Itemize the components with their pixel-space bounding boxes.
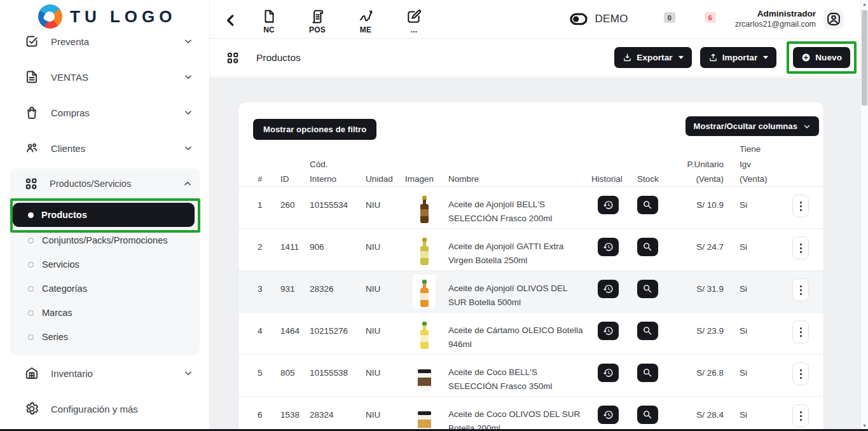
sidebar-item-marcas[interactable]: Marcas	[10, 301, 200, 325]
cell-stock	[637, 187, 683, 214]
column-header-c-d-interno: Cód. Interno	[310, 157, 366, 187]
history-button[interactable]	[598, 322, 619, 340]
history-button[interactable]	[598, 364, 619, 382]
product-image	[413, 275, 436, 309]
receipt-icon	[309, 8, 326, 25]
sidebar-main-items: PreventaVENTASComprasClientes	[0, 24, 209, 166]
shortcut-label: POS	[309, 25, 326, 34]
stock-search-button[interactable]	[637, 322, 658, 340]
sidebar-item-inventario[interactable]: Inventario	[0, 355, 209, 391]
cell-id: 260	[280, 187, 310, 212]
history-icon	[603, 200, 614, 210]
cell-historial	[591, 187, 637, 214]
cell-historial	[591, 271, 637, 298]
compose-icon	[406, 8, 422, 25]
credit-note-icon	[261, 8, 277, 25]
cell-tiene-igv: Si	[724, 187, 773, 212]
page-scrollbar[interactable]: ▲ ▼	[860, 0, 868, 431]
cell-stock	[637, 355, 683, 382]
table-row: 4146410215276NIUAceite de Cártamo OLEICO…	[238, 313, 823, 355]
jar-lid	[418, 411, 431, 415]
row-actions-kebab-button[interactable]	[792, 362, 809, 385]
user-block: Administrador zrcarlos21@gmail.com	[735, 9, 816, 30]
cell-historial	[591, 313, 637, 340]
search-icon	[642, 242, 653, 252]
back-chevron-icon[interactable]	[223, 12, 239, 29]
bullet-ring-icon	[28, 286, 34, 292]
cell-nombre: Aceite de Coco BELL'S SELECCIÓN Frasco 3…	[448, 355, 591, 393]
cell-cod-interno: 906	[310, 229, 366, 254]
cell-tiene-igv: Si	[724, 355, 773, 380]
export-button[interactable]: Exportar	[614, 47, 691, 68]
bullet-ring-icon	[28, 262, 34, 268]
sidebar-item-series[interactable]: Series	[10, 325, 200, 349]
sidebar-item-ventas[interactable]: VENTAS	[0, 59, 209, 95]
avatar-icon	[825, 11, 842, 27]
cell-id: 1464	[280, 313, 310, 338]
product-image	[413, 359, 436, 393]
document-icon	[24, 69, 39, 85]
sidebar-item-productos-servicios[interactable]: Productos/Servicios	[10, 168, 200, 199]
brand-logo-icon	[38, 4, 62, 29]
sidebar-item-compras[interactable]: Compras	[0, 95, 209, 130]
scrollbar-thumb[interactable]	[862, 10, 867, 106]
stock-search-button[interactable]	[637, 196, 658, 214]
search-icon	[642, 409, 653, 420]
new-button[interactable]: Nuevo	[793, 47, 850, 68]
column-header-tiene-igv-venta: Tiene Igv (Venta)	[724, 142, 773, 187]
stock-search-button[interactable]	[637, 364, 658, 382]
row-actions-kebab-button[interactable]	[792, 195, 809, 217]
scrollbar-up-arrow[interactable]: ▲	[862, 2, 867, 6]
filter-options-button[interactable]: Mostrar opciones de filtro	[253, 119, 376, 140]
cell-id: 805	[280, 355, 310, 380]
stock-search-button[interactable]	[637, 280, 658, 298]
cell-precio-unitario: S/ 26.8	[683, 355, 724, 380]
caret-down-icon	[679, 56, 684, 59]
sidebar-item-conjuntos-packs-promociones[interactable]: Conjuntos/Packs/Promociones	[10, 228, 200, 252]
cell-precio-unitario: S/ 31.9	[683, 271, 724, 296]
sidebar-item-productos-selected[interactable]: Productos	[13, 203, 195, 227]
avatar[interactable]	[823, 9, 844, 29]
row-actions-kebab-button[interactable]	[792, 320, 809, 343]
chevron-down-icon	[803, 123, 811, 130]
sidebar-item-categor-as[interactable]: Categorías	[10, 277, 200, 301]
stock-search-button[interactable]	[637, 238, 658, 256]
row-actions-kebab-button[interactable]	[792, 404, 809, 427]
column-header-nombre: Nombre	[448, 172, 591, 187]
chevron-down-icon	[184, 37, 193, 46]
import-button[interactable]: Importar	[700, 47, 777, 68]
shortcut-me[interactable]: ME	[352, 4, 379, 34]
row-actions-kebab-button[interactable]	[792, 278, 809, 301]
cell-historial	[591, 355, 637, 382]
shortcut-more[interactable]: ...	[401, 4, 427, 34]
sidebar-item-servicios[interactable]: Servicios	[10, 252, 200, 277]
jar-lid	[418, 369, 431, 373]
column-header-unidad: Unidad	[366, 172, 405, 187]
row-actions-kebab-button[interactable]	[792, 236, 809, 259]
history-button[interactable]	[598, 196, 619, 214]
bullet-ring-icon	[28, 310, 34, 316]
history-button[interactable]	[598, 406, 619, 424]
column-header-imagen: Imagen	[405, 172, 448, 187]
product-image	[413, 233, 436, 267]
cell-unidad: NIU	[366, 397, 405, 422]
sidebar-group-label: Productos/Servicios	[50, 179, 131, 189]
history-button[interactable]	[598, 238, 619, 256]
sidebar-subitem-label: Conjuntos/Packs/Promociones	[42, 235, 167, 245]
sidebar-item-configuraci-n-y-m-s[interactable]: Configuración y más	[0, 391, 209, 427]
shortcut-pos[interactable]: POS	[304, 4, 331, 34]
sidebar: PreventaVENTASComprasClientes Productos/…	[0, 0, 210, 429]
history-icon	[603, 409, 614, 420]
history-button[interactable]	[598, 280, 619, 298]
demo-toggle[interactable]: DEMO	[568, 9, 628, 29]
table-row: 21411906NIUAceite de Ajonjolí GATTI Extr…	[238, 229, 823, 271]
shortcut-nc[interactable]: NC	[256, 4, 282, 34]
notifications-badge: 6	[705, 12, 716, 23]
scrollbar-down-arrow[interactable]: ▼	[862, 423, 867, 428]
sidebar-item-label: VENTAS	[51, 72, 88, 83]
sidebar-item-clientes[interactable]: Clientes	[0, 130, 209, 166]
history-icon	[603, 242, 614, 252]
stock-search-button[interactable]	[637, 406, 658, 424]
sidebar-subitem-label: Marcas	[42, 308, 72, 318]
show-hide-columns-button[interactable]: Mostrar/Ocultar columnas	[685, 116, 820, 136]
